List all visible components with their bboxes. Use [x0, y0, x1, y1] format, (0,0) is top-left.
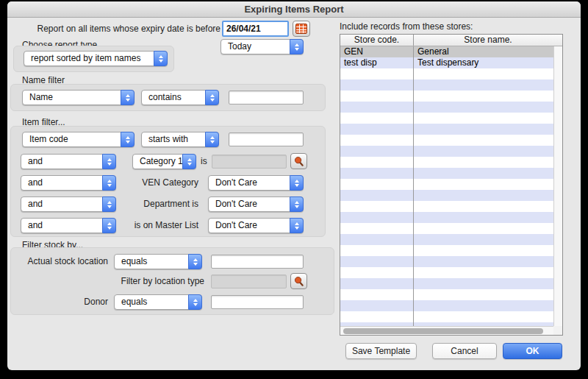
table-row[interactable]: GENGeneral: [340, 46, 553, 57]
table-row[interactable]: test dispTest dispensary: [340, 57, 553, 68]
store-name-cell: [414, 168, 553, 179]
magnifier-icon: [293, 276, 304, 287]
store-name-cell: [414, 146, 553, 157]
title-bar: Expiring Items Report: [7, 1, 581, 18]
store-name-cell: [414, 300, 553, 311]
department-label: Department is: [81, 199, 198, 210]
category-lookup-button[interactable]: [290, 153, 307, 169]
dropdown-arrows-icon: [154, 51, 168, 66]
ok-button[interactable]: OK: [503, 343, 562, 359]
table-row-empty[interactable]: [340, 102, 553, 113]
category-dropdown[interactable]: Category 1: [132, 154, 196, 169]
department-dropdown[interactable]: Don't Care: [208, 196, 304, 212]
table-row-empty[interactable]: [340, 157, 553, 168]
calendar-button[interactable]: [293, 21, 310, 37]
table-row-empty[interactable]: [340, 124, 553, 135]
location-type-lookup-button[interactable]: [290, 273, 307, 289]
stores-table-header: Store code. Store name.: [340, 35, 562, 46]
dropdown-arrows-icon: [188, 254, 202, 269]
table-row-empty[interactable]: [340, 234, 553, 245]
table-row-empty[interactable]: [340, 300, 553, 311]
table-row-empty[interactable]: [340, 311, 553, 322]
table-row-empty[interactable]: [340, 223, 553, 234]
is-label: is: [201, 156, 207, 167]
dropdown-arrows-icon: [188, 294, 202, 310]
expiring-items-report-dialog: Expiring Items Report Report on all item…: [7, 1, 581, 370]
table-row-empty[interactable]: [340, 289, 553, 300]
dropdown-arrows-icon: [290, 196, 304, 212]
dropdown-arrows-icon: [290, 39, 304, 54]
expiry-date-input[interactable]: [222, 21, 289, 37]
store-code-cell: [340, 190, 414, 201]
stores-label: Include records from these stores:: [340, 21, 473, 32]
table-row-empty[interactable]: [340, 256, 553, 267]
stock-location-comparator-dropdown[interactable]: equals: [114, 254, 202, 269]
stores-table: Store code. Store name. GENGeneraltest d…: [340, 34, 563, 336]
table-row-empty[interactable]: [340, 146, 553, 157]
store-code-cell: [340, 201, 414, 212]
dropdown-arrows-icon: [121, 132, 135, 147]
item-code-value-input[interactable]: [229, 132, 304, 146]
store-code-cell: [340, 146, 414, 157]
store-code-cell: [340, 102, 414, 113]
window-title: Expiring Items Report: [244, 4, 343, 15]
store-code-cell: [340, 267, 414, 278]
store-name-cell: [414, 234, 553, 245]
name-value-input[interactable]: [229, 91, 304, 105]
table-row-empty[interactable]: [340, 135, 553, 146]
store-code-cell: [340, 223, 414, 234]
table-row-empty[interactable]: [340, 79, 553, 91]
table-row-empty[interactable]: [340, 267, 553, 278]
stock-location-label: Actual stock location: [22, 256, 108, 267]
store-code-cell: [340, 245, 414, 256]
cancel-button[interactable]: Cancel: [432, 343, 497, 359]
table-row-empty[interactable]: [340, 278, 553, 289]
save-template-button[interactable]: Save Template: [345, 343, 417, 359]
date-preset-dropdown[interactable]: Today: [220, 39, 304, 54]
location-type-field: [211, 274, 287, 288]
store-code-cell: [340, 68, 414, 79]
table-row-empty[interactable]: [340, 190, 553, 201]
name-comparator-dropdown[interactable]: contains: [141, 90, 219, 105]
store-name-cell: [414, 124, 553, 135]
store-name-cell: [414, 68, 553, 79]
store-name-cell: [414, 91, 553, 102]
donor-comparator-dropdown[interactable]: equals: [114, 294, 202, 310]
report-type-dropdown[interactable]: report sorted by item names: [24, 51, 168, 66]
magnifier-icon: [293, 156, 304, 167]
store-name-column-header[interactable]: Store name.: [414, 35, 562, 46]
conjunction-dropdown-1[interactable]: and: [21, 154, 116, 169]
table-row-empty[interactable]: [340, 113, 553, 124]
ven-category-dropdown[interactable]: Don't Care: [208, 175, 304, 191]
horizontal-scrollbar-thumb[interactable]: [343, 328, 543, 334]
table-row-empty[interactable]: [340, 68, 553, 79]
store-code-column-header[interactable]: Store code.: [340, 35, 414, 46]
dropdown-arrows-icon: [182, 154, 196, 169]
item-code-comparator-dropdown[interactable]: starts with: [141, 132, 219, 147]
store-code-cell: [340, 113, 414, 124]
vertical-scrollbar[interactable]: [553, 46, 562, 327]
master-list-label: is on Master List: [81, 220, 198, 231]
store-name-cell: [414, 179, 553, 190]
table-row-empty[interactable]: [340, 168, 553, 179]
donor-value-input[interactable]: [211, 295, 304, 309]
store-name-cell: [414, 190, 553, 201]
table-row-empty[interactable]: [340, 91, 553, 102]
dropdown-arrows-icon: [205, 132, 219, 147]
name-field-dropdown[interactable]: Name: [22, 90, 135, 105]
donor-label: Donor: [22, 297, 108, 308]
store-name-cell: [414, 201, 553, 212]
horizontal-scrollbar[interactable]: [340, 326, 553, 335]
store-code-cell: [340, 278, 414, 289]
table-row-empty[interactable]: [340, 201, 553, 212]
item-code-field-dropdown[interactable]: Item code: [22, 132, 135, 147]
table-row-empty[interactable]: [340, 245, 553, 256]
store-name-cell: [414, 79, 553, 91]
store-code-cell: [340, 79, 414, 91]
table-row-empty[interactable]: [340, 212, 553, 223]
master-list-dropdown[interactable]: Don't Care: [208, 218, 304, 233]
scrollbar-corner: [553, 326, 562, 335]
stock-location-value-input[interactable]: [211, 255, 304, 269]
store-name-cell: [414, 256, 553, 267]
table-row-empty[interactable]: [340, 179, 553, 190]
